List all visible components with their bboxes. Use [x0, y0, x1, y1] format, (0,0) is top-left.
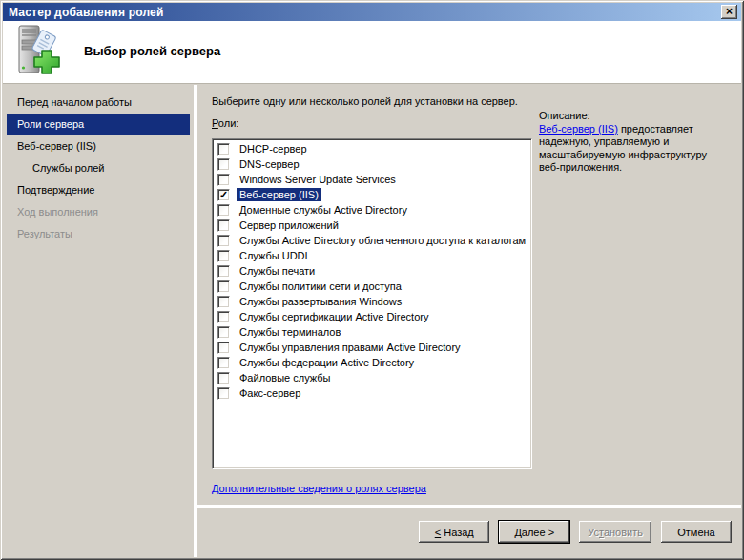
role-label: Службы развертывания Windows: [237, 295, 404, 308]
titlebar[interactable]: Мастер добавления ролей ×: [3, 3, 741, 21]
role-label: DNS-сервер: [237, 157, 302, 171]
add-roles-wizard-window: Мастер добавления ролей ×: [0, 0, 744, 560]
role-row[interactable]: Службы управления правами Active Directo…: [213, 340, 531, 355]
wizard-steps: Перед началом работыРоли сервераВеб-серв…: [3, 85, 194, 557]
role-row[interactable]: Службы развертывания Windows: [213, 294, 531, 309]
sidebar-step: Результаты: [7, 224, 190, 245]
sidebar-step[interactable]: Роли сервера: [7, 114, 190, 135]
checkbox-unchecked[interactable]: [217, 280, 230, 293]
checkbox-unchecked[interactable]: [217, 143, 230, 156]
role-label: Файловые службы: [237, 371, 333, 384]
role-label: Службы печати: [237, 264, 318, 278]
role-row[interactable]: ✓Веб-сервер (IIS): [213, 187, 531, 202]
cancel-button[interactable]: Отмена: [661, 521, 732, 543]
server-add-role-icon: [14, 25, 70, 82]
roles-listbox[interactable]: DHCP-серверDNS-серверWindows Server Upda…: [212, 138, 532, 469]
role-label: Службы федерации Active Directory: [237, 356, 417, 369]
checkbox-unchecked[interactable]: [217, 387, 230, 400]
role-label: Службы политики сети и доступа: [237, 280, 404, 293]
vertical-divider: [194, 85, 197, 557]
install-button[interactable]: Установить: [579, 521, 651, 543]
checkbox-unchecked[interactable]: [217, 296, 230, 308]
role-row[interactable]: Службы печати: [213, 263, 531, 279]
sidebar-step[interactable]: Веб-сервер (IIS): [7, 136, 190, 157]
sidebar-step: Ход выполнения: [7, 202, 190, 223]
checkbox-unchecked[interactable]: [217, 372, 230, 384]
back-button[interactable]: < Назад: [419, 521, 489, 543]
role-label: Службы терминалов: [237, 325, 343, 339]
next-button[interactable]: Далее >: [499, 521, 569, 543]
role-label: DHCP-сервер: [237, 142, 310, 156]
sidebar-step[interactable]: Перед началом работы: [7, 93, 190, 114]
checkbox-unchecked[interactable]: [217, 158, 230, 171]
role-row[interactable]: Доменные службы Active Directory: [213, 202, 531, 218]
role-row[interactable]: DHCP-сервер: [213, 141, 531, 156]
checkbox-checked[interactable]: ✓: [217, 189, 230, 201]
role-row[interactable]: DNS-сервер: [213, 156, 531, 172]
checkbox-unchecked[interactable]: [217, 235, 230, 247]
role-row[interactable]: Сервер приложений: [213, 218, 531, 233]
buttons-divider: [197, 505, 741, 508]
description-heading: Описание:: [539, 110, 728, 123]
role-label: Windows Server Update Services: [237, 173, 399, 186]
role-description-link[interactable]: Веб-сервер (IIS): [539, 123, 618, 135]
role-row[interactable]: Службы терминалов: [213, 324, 531, 340]
checkbox-unchecked[interactable]: [217, 311, 230, 323]
wizard-header: Выбор ролей сервера: [3, 21, 741, 84]
checkbox-unchecked[interactable]: [217, 342, 230, 354]
role-label: Веб-сервер (IIS): [237, 188, 321, 201]
role-label: Службы сертификации Active Directory: [237, 310, 431, 323]
wizard-buttons: < Назад Далее > Установить Отмена: [200, 521, 732, 543]
more-info-link[interactable]: Дополнительные сведения о ролях сервера: [212, 483, 426, 494]
role-row[interactable]: Службы Active Directory облегченного дос…: [213, 233, 531, 248]
checkbox-unchecked[interactable]: [217, 265, 230, 278]
more-info-link-wrap: Дополнительные сведения о ролях сервера: [212, 479, 426, 496]
checkbox-unchecked[interactable]: [217, 219, 230, 232]
role-row[interactable]: Факс-сервер: [213, 385, 531, 401]
role-label: Службы Active Directory облегченного дос…: [237, 234, 528, 247]
sidebar-step[interactable]: Службы ролей: [7, 158, 190, 179]
window-title: Мастер добавления ролей: [9, 6, 164, 19]
checkbox-unchecked[interactable]: [217, 250, 230, 262]
role-label: Службы управления правами Active Directo…: [237, 341, 464, 354]
role-row[interactable]: Службы сертификации Active Directory: [213, 309, 531, 324]
role-row[interactable]: Службы политики сети и доступа: [213, 279, 531, 294]
checkbox-unchecked[interactable]: [217, 204, 230, 217]
role-row[interactable]: Windows Server Update Services: [213, 172, 531, 187]
close-button[interactable]: ×: [721, 5, 737, 19]
role-row[interactable]: Службы федерации Active Directory: [213, 355, 531, 370]
description-paragraph: Веб-сервер (IIS) предоставляет надежную,…: [539, 123, 728, 175]
roles-list-label: Роли:: [212, 117, 238, 129]
checkbox-unchecked[interactable]: [217, 357, 230, 369]
checkbox-unchecked[interactable]: [217, 174, 230, 186]
role-row[interactable]: Службы UDDI: [213, 248, 531, 263]
role-label: Службы UDDI: [237, 249, 311, 262]
checkbox-unchecked[interactable]: [217, 326, 230, 339]
role-label: Доменные службы Active Directory: [237, 203, 410, 217]
description-panel: Описание: Веб-сервер (IIS) предоставляет…: [539, 110, 728, 175]
page-title: Выбор ролей сервера: [84, 44, 220, 58]
role-row[interactable]: Файловые службы: [213, 370, 531, 385]
role-label: Сервер приложений: [237, 218, 341, 232]
sidebar-step[interactable]: Подтверждение: [7, 180, 190, 201]
role-label: Факс-сервер: [237, 386, 303, 400]
instruction-text: Выберите одну или несколько ролей для ус…: [212, 95, 518, 107]
